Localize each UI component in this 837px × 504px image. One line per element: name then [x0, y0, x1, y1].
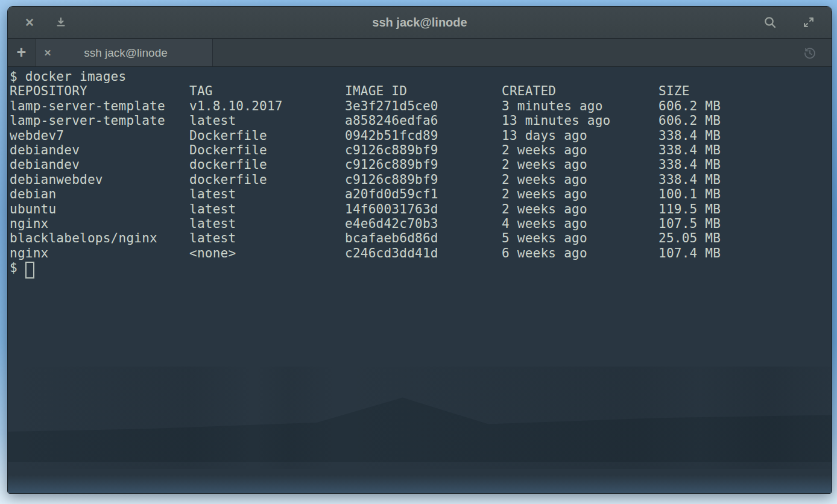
table-row: debianlatesta20fd0d59cf12 weeks ago100.1… — [10, 187, 832, 201]
table-cell: lamp-server-template — [10, 113, 189, 128]
table-cell: e4e6d42c70b3 — [345, 216, 502, 231]
terminal-screen[interactable]: $ docker images REPOSITORYTAGIMAGE IDCRE… — [8, 67, 832, 493]
table-cell: 119.5 MB — [659, 202, 832, 216]
table-cell: latest — [189, 216, 345, 231]
table-cell: ubuntu — [10, 202, 189, 216]
table-cell: 606.2 MB — [659, 99, 832, 113]
table-cell: 338.4 MB — [659, 143, 832, 157]
table-row: lamp-server-templatev1.8.10.20173e3f271d… — [10, 99, 832, 113]
docker-images-table: REPOSITORYTAGIMAGE IDCREATEDSIZElamp-ser… — [10, 84, 832, 260]
table-cell: debianwebdev — [10, 172, 189, 187]
table-cell: latest — [189, 113, 345, 128]
table-cell: 5 weeks ago — [502, 231, 659, 245]
history-clock-icon — [803, 46, 817, 60]
table-cell: dockerfile — [189, 172, 345, 187]
close-icon: ✕ — [44, 48, 52, 58]
window-title: ssh jack@linode — [8, 16, 832, 30]
table-cell: dockerfile — [189, 157, 345, 172]
terminal-window: ✕ ssh jack@linode — [7, 6, 832, 494]
table-row: debianwebdevdockerfilec9126c889bf92 week… — [10, 172, 832, 187]
table-cell: 606.2 MB — [659, 113, 832, 128]
table-cell: c246cd3dd41d — [345, 246, 502, 260]
maximize-icon — [803, 16, 815, 28]
table-cell: bcafaeb6d86d — [345, 231, 502, 245]
table-cell: nginx — [10, 216, 189, 231]
titlebar[interactable]: ✕ ssh jack@linode — [8, 7, 832, 39]
table-row: ubuntulatest14f60031763d2 weeks ago119.5… — [10, 202, 832, 216]
table-cell: c9126c889bf9 — [345, 172, 502, 187]
tab-bar: + ✕ ssh jack@linode — [8, 39, 832, 67]
table-cell: 4 weeks ago — [502, 216, 659, 231]
table-cell: v1.8.10.2017 — [189, 99, 345, 113]
download-icon — [55, 17, 66, 28]
table-header-row: REPOSITORYTAGIMAGE IDCREATEDSIZE — [10, 84, 832, 98]
table-row: webdev7Dockerfile0942b51fcd8913 days ago… — [10, 128, 832, 143]
table-cell: 14f60031763d — [345, 202, 502, 216]
table-cell: 2 weeks ago — [502, 143, 659, 157]
tab-close-button[interactable]: ✕ — [36, 39, 60, 66]
plus-icon: + — [17, 43, 27, 62]
table-cell: 2 weeks ago — [502, 157, 659, 172]
tab-ssh-session[interactable]: ✕ ssh jack@linode — [36, 39, 213, 66]
table-cell: <none> — [189, 246, 345, 260]
table-cell: debiandev — [10, 143, 189, 157]
table-cell: CREATED — [502, 84, 659, 98]
table-cell: SIZE — [659, 84, 832, 98]
table-cell: 25.05 MB — [659, 231, 832, 245]
window-close-button[interactable]: ✕ — [17, 10, 42, 34]
download-button[interactable] — [49, 10, 73, 34]
tab-label: ssh jack@linode — [60, 46, 212, 60]
table-cell: 338.4 MB — [659, 128, 832, 143]
table-cell: IMAGE ID — [345, 84, 502, 98]
table-cell: 107.4 MB — [659, 246, 832, 260]
table-cell: 6 weeks ago — [502, 246, 659, 260]
table-cell: 13 minutes ago — [502, 113, 659, 128]
table-cell: latest — [189, 202, 345, 216]
table-cell: c9126c889bf9 — [345, 143, 502, 157]
table-cell: blacklabelops/nginx — [10, 231, 189, 245]
table-cell: latest — [189, 187, 345, 201]
table-cell: a20fd0d59cf1 — [345, 187, 502, 201]
table-cell: REPOSITORY — [10, 84, 189, 98]
table-cell: 100.1 MB — [659, 187, 832, 201]
close-icon: ✕ — [25, 16, 34, 30]
table-cell: 0942b51fcd89 — [345, 128, 502, 143]
table-cell: 3e3f271d5ce0 — [345, 99, 502, 113]
prompt-line: $ — [10, 260, 832, 279]
table-cell: webdev7 — [10, 128, 189, 143]
table-cell: debian — [10, 187, 189, 201]
table-row: nginx<none>c246cd3dd41d6 weeks ago107.4 … — [10, 246, 832, 260]
table-cell: 2 weeks ago — [502, 187, 659, 201]
maximize-button[interactable] — [797, 10, 821, 34]
table-cell: 338.4 MB — [659, 157, 832, 172]
table-cell: a858246edfa6 — [345, 113, 502, 128]
table-cell: 13 days ago — [502, 128, 659, 143]
table-row: debiandevdockerfilec9126c889bf92 weeks a… — [10, 157, 832, 172]
table-cell: 2 weeks ago — [502, 172, 659, 187]
table-row: debiandevDockerfilec9126c889bf92 weeks a… — [10, 143, 832, 157]
table-cell: nginx — [10, 246, 189, 260]
table-cell: debiandev — [10, 157, 189, 172]
new-tab-button[interactable]: + — [8, 39, 36, 66]
table-cell: 107.5 MB — [659, 216, 832, 231]
table-cell: lamp-server-template — [10, 99, 189, 113]
table-cell: 338.4 MB — [659, 172, 832, 187]
table-cell: Dockerfile — [189, 128, 345, 143]
table-row: nginxlateste4e6d42c70b34 weeks ago107.5 … — [10, 216, 832, 231]
table-row: lamp-server-templatelatesta858246edfa613… — [10, 113, 832, 128]
table-cell: 2 weeks ago — [502, 202, 659, 216]
search-button[interactable] — [758, 10, 782, 34]
table-cell: TAG — [189, 84, 345, 98]
prompt-symbol: $ — [10, 260, 17, 275]
search-icon — [763, 16, 777, 29]
history-button[interactable] — [797, 39, 823, 66]
table-row: blacklabelops/nginxlatestbcafaeb6d86d5 w… — [10, 231, 832, 245]
table-cell: Dockerfile — [189, 143, 345, 157]
table-cell: latest — [189, 231, 345, 245]
command-line: $ docker images — [10, 69, 832, 84]
table-cell: 3 minutes ago — [502, 99, 659, 113]
table-cell: c9126c889bf9 — [345, 157, 502, 172]
terminal-cursor — [25, 262, 34, 279]
